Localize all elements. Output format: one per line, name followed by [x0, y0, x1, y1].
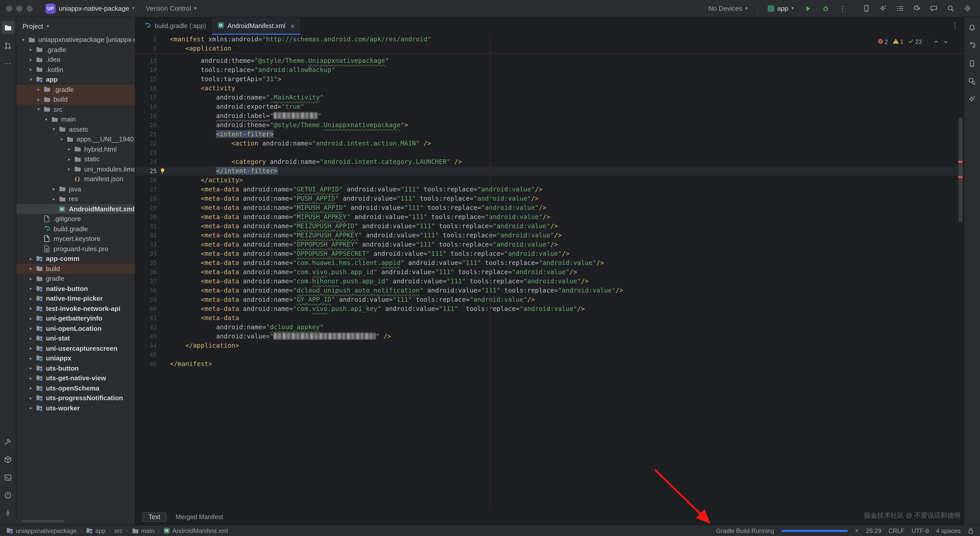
minimize-window-button[interactable]: [16, 5, 22, 11]
code-line-43[interactable]: 43 android:value="" />: [135, 332, 964, 341]
chevron-down-icon[interactable]: ▾: [58, 137, 65, 142]
chevron-right-icon[interactable]: ▸: [27, 376, 35, 381]
code-line-39[interactable]: 39 <meta-data android:name="GY_APP_ID" a…: [135, 295, 964, 304]
line-number[interactable]: 22: [135, 139, 157, 148]
breadcrumb-androidmanifest-xml[interactable]: MAndroidManifest.xml: [163, 527, 228, 534]
line-number[interactable]: 20: [135, 121, 157, 130]
line-number[interactable]: 2: [135, 35, 157, 44]
code-line-45[interactable]: 45: [135, 350, 964, 359]
line-number[interactable]: 41: [135, 313, 157, 323]
device-manager-icon[interactable]: [966, 57, 979, 70]
code-line-29[interactable]: 29 <meta-data android:name="MIPUSH_APPID…: [135, 203, 964, 212]
run-button[interactable]: [801, 2, 815, 15]
error-stripe-mark[interactable]: [958, 176, 963, 178]
chevron-right-icon[interactable]: ▸: [27, 47, 35, 52]
line-number[interactable]: 32: [135, 231, 157, 240]
chevron-right-icon[interactable]: ▸: [50, 197, 58, 202]
error-stripe-mark[interactable]: [958, 161, 963, 163]
tree-item-uni-openlocation[interactable]: ▸uni-openLocation: [16, 323, 135, 333]
chat-icon[interactable]: [927, 2, 940, 15]
tree-item-app-comm[interactable]: ▸app-comm: [16, 254, 135, 264]
line-number[interactable]: 5: [135, 44, 157, 53]
gradle-build-status[interactable]: Gradle Build Running: [716, 527, 774, 534]
close-tab-icon[interactable]: ×: [290, 22, 294, 30]
line-number[interactable]: 15: [135, 75, 157, 84]
code-line-25[interactable]: 25 </intent-filter>: [135, 166, 964, 176]
editor-scrollbar[interactable]: [959, 118, 963, 222]
code-line-44[interactable]: 44 </application>: [135, 341, 964, 350]
pull-requests-icon[interactable]: [1, 39, 14, 52]
app-inspection-icon[interactable]: [966, 75, 979, 88]
cancel-build-icon[interactable]: ×: [855, 527, 859, 534]
tree-item-uniappxnativepackage-uniappx-nat[interactable]: ▾uniappxnativepackage [uniappx-nat: [16, 35, 135, 45]
line-number[interactable]: 23: [135, 148, 157, 157]
tree-item-mycert-keystore[interactable]: mycert.keystore: [16, 234, 135, 244]
chevron-right-icon[interactable]: ▸: [27, 306, 35, 311]
line-number[interactable]: 42: [135, 323, 157, 332]
tree-item-build[interactable]: ▸build: [16, 94, 135, 104]
problems-icon[interactable]: [1, 488, 14, 502]
inspection-widget[interactable]: 2 1 23: [878, 38, 948, 45]
line-number[interactable]: 27: [135, 185, 157, 194]
tree-item-build[interactable]: ▸build: [16, 264, 135, 274]
code-line-19[interactable]: 19 android:label="": [135, 111, 964, 121]
tree-item-proguard-rules-pro[interactable]: proguard-rules.pro: [16, 244, 135, 254]
code-area[interactable]: 13 android:theme="@style/Theme.Uniappxna…: [135, 54, 964, 369]
tree-item-gradle[interactable]: ▸.gradle: [16, 45, 135, 55]
line-number[interactable]: 37: [135, 277, 157, 286]
code-line-23[interactable]: 23: [135, 148, 964, 157]
line-number[interactable]: 17: [135, 93, 157, 102]
chevron-right-icon[interactable]: ▸: [35, 97, 42, 102]
line-number[interactable]: 36: [135, 267, 157, 277]
line-number[interactable]: 39: [135, 295, 157, 304]
cursor-position[interactable]: 25:29: [866, 527, 881, 534]
build-icon[interactable]: [1, 435, 14, 448]
project-panel-header[interactable]: Project ▾: [16, 17, 135, 35]
code-line-30[interactable]: 30 <meta-data android:name="MIPUSH_APPKE…: [135, 212, 964, 221]
package-icon[interactable]: [1, 453, 14, 466]
breadcrumb-main[interactable]: main: [131, 527, 154, 534]
chevron-down-icon[interactable]: ▾: [27, 77, 35, 82]
warning-count[interactable]: 1: [893, 38, 904, 45]
mode-tab-merged-manifest[interactable]: Merged Manifest: [176, 514, 223, 521]
close-window-button[interactable]: [6, 5, 12, 11]
tree-item-static[interactable]: ▸static: [16, 154, 135, 164]
commit-icon[interactable]: [1, 506, 14, 520]
more-actions-button[interactable]: ⋮: [836, 2, 850, 15]
chevron-right-icon[interactable]: ▸: [35, 87, 42, 92]
chevron-right-icon[interactable]: ▸: [65, 147, 73, 152]
line-number[interactable]: 34: [135, 249, 157, 258]
breadcrumb-uniappxnativepackage[interactable]: uniappxnativepackage: [6, 527, 77, 534]
run-configuration-selector[interactable]: app ▾: [764, 3, 797, 14]
tree-item-app[interactable]: ▾app: [16, 75, 135, 84]
code-line-21[interactable]: 21 <intent-filter>: [135, 130, 964, 139]
line-number[interactable]: 28: [135, 194, 157, 203]
code-line-31[interactable]: 31 <meta-data android:name="MEIZUPUSH_AP…: [135, 221, 964, 231]
code-line-2[interactable]: 2<manifest xmlns:android="http://schemas…: [135, 35, 964, 44]
chevron-right-icon[interactable]: ▸: [27, 336, 35, 341]
code-line-20[interactable]: 20 android:theme="@style/Theme.Uniappxna…: [135, 121, 964, 130]
code-line-15[interactable]: 15 tools:targetApi="31">: [135, 75, 964, 84]
chevron-right-icon[interactable]: ▸: [27, 286, 35, 291]
line-ending-indicator[interactable]: CRLF: [888, 527, 904, 534]
chevron-right-icon[interactable]: ▸: [27, 356, 35, 361]
chevron-right-icon[interactable]: ▸: [27, 276, 35, 281]
line-number[interactable]: 21: [135, 130, 157, 139]
tree-item-gradle[interactable]: ▸gradle: [16, 274, 135, 283]
chevron-right-icon[interactable]: ▸: [27, 256, 35, 261]
previous-problem-chevron-up-icon[interactable]: [934, 39, 939, 44]
code-line-38[interactable]: 38 <meta-data android:name="dcloud_unipu…: [135, 286, 964, 295]
tree-item-uni-modules-lime[interactable]: ▸uni_modules.lime: [16, 164, 135, 174]
chevron-down-icon[interactable]: ▾: [35, 107, 42, 112]
tree-item-uni-getbatteryinfo[interactable]: ▸uni-getbatteryinfo: [16, 313, 135, 323]
tree-item-kotlin[interactable]: ▸.kotlin: [16, 65, 135, 75]
line-number[interactable]: 16: [135, 84, 157, 93]
tree-item-native-time-picker[interactable]: ▸native-time-picker: [16, 294, 135, 304]
line-number[interactable]: 33: [135, 240, 157, 249]
line-number[interactable]: 46: [135, 359, 157, 369]
chevron-right-icon[interactable]: ▸: [27, 296, 35, 301]
error-count[interactable]: 2: [878, 38, 888, 45]
maximize-window-button[interactable]: [27, 5, 33, 11]
notifications-icon[interactable]: [966, 21, 979, 34]
project-horizontal-scrollbar[interactable]: [21, 520, 64, 522]
